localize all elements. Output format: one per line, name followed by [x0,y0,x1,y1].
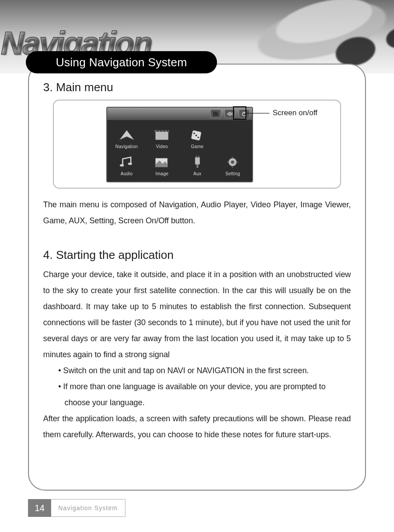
sd-card-icon [210,109,221,118]
status-bar [107,108,252,120]
heading-starting-app: 4. Starting the application [43,248,351,262]
svg-point-12 [197,137,199,138]
heading-main-menu: 3. Main menu [43,81,351,94]
bullet-item: • If more than one language is available… [58,379,351,411]
menu-item-aux: Aux [180,155,215,176]
page-footer: 14 Navigation System [28,499,125,517]
power-icon [239,109,249,118]
svg-rect-19 [196,156,197,157]
svg-point-15 [128,162,132,165]
callout-label: Screen on/off [273,109,318,117]
audio-icon [117,155,137,170]
menu-item-video: Video [145,128,180,149]
aux-icon [188,155,207,170]
svg-point-8 [164,130,165,132]
section-tab: Using Navigation System [26,51,217,73]
menu-label: Setting [225,171,240,176]
menu-label: Image [156,171,169,176]
menu-item-setting: Setting [215,155,251,176]
page-number: 14 [28,499,51,517]
bullet-item: • Switch on the unit and tap on NAVI or … [58,363,351,379]
video-icon [152,128,172,143]
menu-label: Navigation [116,144,138,149]
content-card: 3. Main menu Navigation [28,64,366,491]
menu-icon-grid: Navigation Video Game [107,124,252,181]
svg-point-14 [120,164,124,167]
setting-icon [223,155,242,170]
menu-item-audio: Audio [109,155,145,176]
game-icon [188,128,207,143]
menu-label: Aux [193,171,201,176]
svg-point-22 [231,161,234,164]
svg-rect-17 [195,157,200,165]
starting-intro-text: Charge your device, take it outside, and… [43,266,351,363]
svg-point-6 [157,130,159,132]
menu-item-image: Image [145,155,180,176]
mute-icon [225,109,235,118]
device-screen: Navigation Video Game [106,107,253,182]
figure-main-menu: Navigation Video Game [53,100,341,189]
svg-point-11 [193,133,195,134]
callout-leader-line [246,113,269,113]
menu-item-game: Game [180,128,215,149]
svg-point-13 [195,135,197,137]
navigation-icon [117,128,137,143]
main-menu-caption: The main menu is composed of Navigation,… [43,197,351,229]
menu-label: Video [156,144,168,149]
svg-rect-18 [197,165,198,168]
image-icon [152,155,172,170]
svg-point-9 [167,130,169,132]
svg-rect-20 [198,156,199,157]
starting-bullet-list: • Switch on the unit and tap on NAVI or … [43,363,351,411]
menu-label: Game [191,144,204,149]
footer-label: Navigation System [51,499,125,517]
menu-item-navigation: Navigation [109,128,145,149]
menu-label: Audio [121,171,133,176]
svg-point-7 [161,130,162,132]
svg-rect-4 [156,131,169,140]
starting-outro-text: After the application loads, a screen wi… [43,411,351,443]
